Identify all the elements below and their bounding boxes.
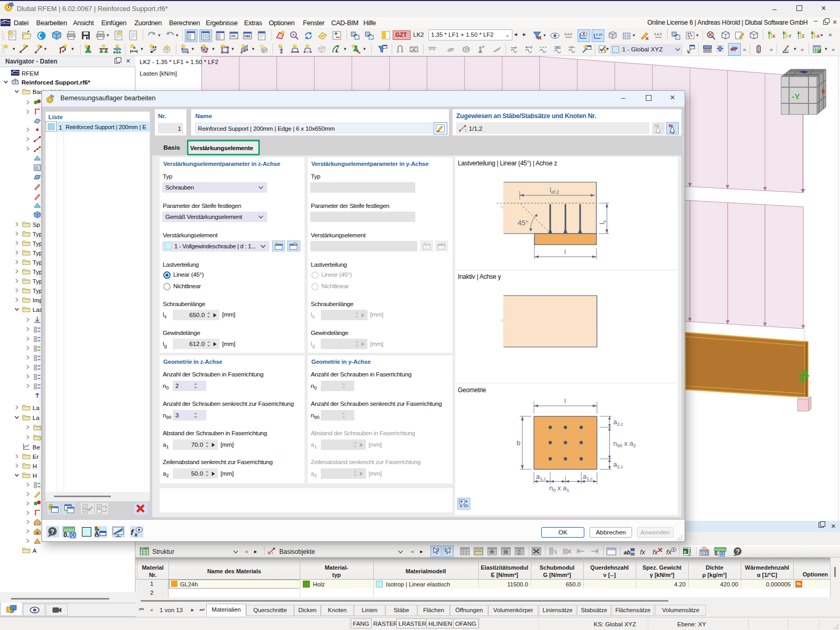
- svg-text:45°: 45°: [518, 219, 528, 227]
- svg-text:a1,c: a1,c: [536, 472, 547, 481]
- svg-text:a2,c: a2,c: [613, 418, 624, 427]
- svg-text:n0 x a1: n0 x a1: [549, 484, 569, 493]
- svg-text:ef,2: ef,2: [551, 190, 559, 195]
- svg-text:a1,c: a1,c: [583, 472, 593, 481]
- svg-text:a2,c: a2,c: [613, 460, 624, 469]
- svg-text:l: l: [564, 397, 566, 405]
- svg-text:b: b: [517, 439, 520, 447]
- svg-text:ls: ls: [598, 220, 607, 224]
- svg-text:l: l: [564, 248, 566, 256]
- svg-text:n90 x a2: n90 x a2: [613, 439, 636, 448]
